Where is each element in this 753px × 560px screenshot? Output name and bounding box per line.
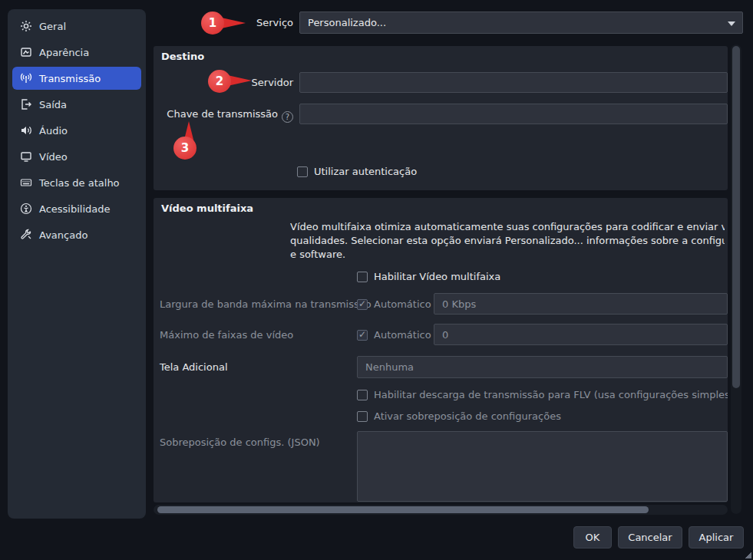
max-bandwidth-label: Largura de banda máxima na transmissão xyxy=(160,298,372,310)
json-override-label: Sobreposição de configs. (JSON) xyxy=(160,436,320,448)
bandwidth-input[interactable]: 0 Kbps xyxy=(434,293,728,315)
sidebar-item-label: Teclas de atalho xyxy=(39,177,120,189)
service-dropdown[interactable]: Personalizado... xyxy=(299,12,743,34)
callout-3-badge: 3 xyxy=(173,137,197,160)
cancel-button[interactable]: Cancelar xyxy=(618,526,682,548)
flv-checkbox[interactable] xyxy=(357,390,368,400)
help-icon[interactable]: ? xyxy=(282,111,293,123)
speaker-icon xyxy=(20,124,32,137)
settings-sidebar: Geral Aparência Transmissão Saída Áudio … xyxy=(8,9,146,519)
sidebar-item-label: Avançado xyxy=(39,229,88,241)
enable-multitrack-label: Habilitar Vídeo multifaixa xyxy=(374,271,500,282)
tracks-auto-checkbox[interactable] xyxy=(357,330,368,341)
callout-2-badge: 2 xyxy=(208,70,231,93)
sidebar-item-video[interactable]: Vídeo xyxy=(12,145,141,168)
callout-1-badge: 1 xyxy=(201,12,224,35)
sidebar-item-teclas[interactable]: Teclas de atalho xyxy=(12,171,141,194)
resize-grip[interactable] xyxy=(745,552,751,558)
override-checkbox[interactable] xyxy=(357,411,368,422)
sidebar-item-label: Transmissão xyxy=(39,73,101,84)
json-override-textarea[interactable] xyxy=(357,431,728,502)
multitrack-title: Vídeo multifaixa xyxy=(161,203,253,214)
vertical-scrollbar[interactable] xyxy=(731,44,741,514)
sidebar-item-label: Geral xyxy=(39,21,66,32)
sidebar-item-geral[interactable]: Geral xyxy=(12,15,141,38)
tools-icon xyxy=(20,229,32,241)
sidebar-item-label: Saída xyxy=(39,99,67,110)
sidebar-item-label: Aparência xyxy=(39,47,89,58)
override-checkbox-label: Ativar sobreposição de configurações xyxy=(374,410,561,422)
extra-screen-label: Tela Adicional xyxy=(160,361,228,373)
server-input[interactable] xyxy=(299,72,728,93)
tracks-input[interactable]: 0 xyxy=(434,324,728,345)
auth-checkbox[interactable] xyxy=(297,166,308,177)
override-checkbox-row[interactable]: Ativar sobreposição de configurações xyxy=(357,410,561,422)
enable-multitrack-checkbox[interactable] xyxy=(357,272,368,282)
sidebar-item-label: Acessibilidade xyxy=(39,203,111,215)
bandwidth-auto-checkbox[interactable] xyxy=(357,299,368,310)
display-icon xyxy=(20,150,32,163)
broadcast-icon xyxy=(20,72,32,84)
stream-key-input[interactable] xyxy=(299,104,728,124)
appearance-icon xyxy=(20,46,32,58)
horizontal-scrollbar-thumb[interactable] xyxy=(157,506,649,513)
multitrack-description: Vídeo multifaixa otimiza automaticamente… xyxy=(290,220,725,262)
stream-key-label: Chave de transmissão? xyxy=(107,104,293,124)
output-icon xyxy=(20,98,32,110)
enable-multitrack-row[interactable]: Habilitar Vídeo multifaixa xyxy=(357,271,500,282)
max-tracks-label: Máximo de faixas de vídeo xyxy=(160,329,293,341)
keyboard-icon xyxy=(20,176,32,189)
vertical-scrollbar-thumb[interactable] xyxy=(732,46,740,388)
horizontal-scrollbar[interactable] xyxy=(154,505,728,515)
apply-button[interactable]: Aplicar xyxy=(689,526,744,548)
destination-title: Destino xyxy=(161,51,204,62)
sidebar-item-acessibilidade[interactable]: Acessibilidade xyxy=(12,197,141,220)
sidebar-item-aparencia[interactable]: Aparência xyxy=(12,41,141,64)
sidebar-item-label: Vídeo xyxy=(39,151,68,163)
extra-screen-dropdown[interactable]: Nenhuma xyxy=(357,356,728,378)
tracks-auto-label: Automático xyxy=(374,329,431,341)
tracks-auto-row: Automático xyxy=(357,329,431,341)
auth-checkbox-label: Utilizar autenticação xyxy=(314,166,417,177)
ok-button[interactable]: OK xyxy=(573,526,612,548)
sidebar-item-avancado[interactable]: Avançado xyxy=(12,223,141,246)
auth-checkbox-row[interactable]: Utilizar autenticação xyxy=(297,166,417,177)
bandwidth-auto-label: Automático xyxy=(374,298,431,310)
service-dropdown-value: Personalizado... xyxy=(308,17,386,28)
sidebar-item-label: Áudio xyxy=(39,125,68,137)
sidebar-item-transmissao[interactable]: Transmissão xyxy=(12,67,141,90)
accessibility-icon xyxy=(20,203,32,215)
flv-checkbox-label: Habilitar descarga de transmissão para F… xyxy=(374,389,728,400)
flv-checkbox-row[interactable]: Habilitar descarga de transmissão para F… xyxy=(357,389,728,400)
chevron-down-icon xyxy=(728,21,735,26)
bandwidth-auto-row: Automático xyxy=(357,298,431,310)
settings-window: Geral Aparência Transmissão Saída Áudio … xyxy=(0,0,753,560)
gear-icon xyxy=(20,20,32,32)
